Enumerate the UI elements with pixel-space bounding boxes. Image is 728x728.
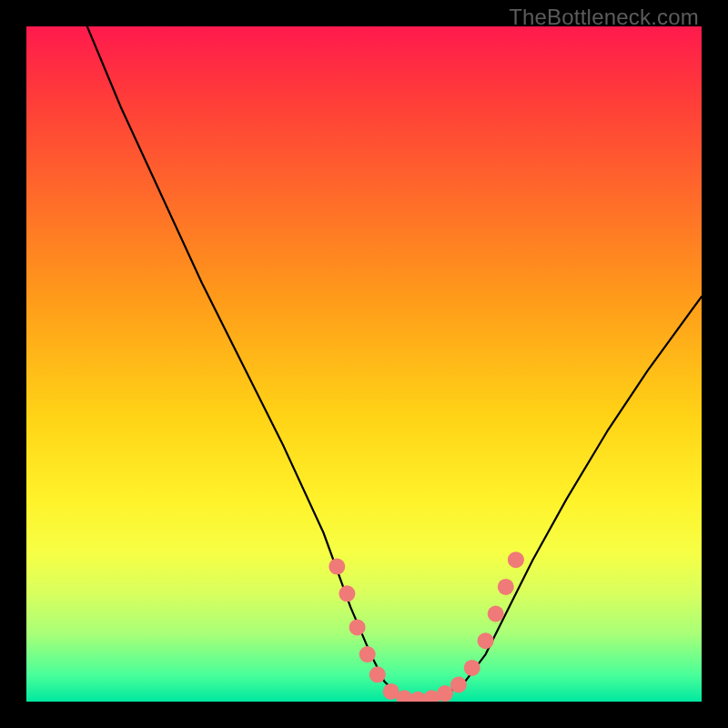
- highlight-dot: [498, 579, 514, 595]
- highlight-dot: [508, 551, 524, 568]
- bottleneck-curve: [26, 26, 702, 702]
- highlight-dot: [464, 660, 480, 676]
- highlight-dot: [339, 585, 355, 602]
- highlight-dot: [423, 690, 440, 702]
- highlight-dot: [329, 559, 345, 575]
- highlight-dot: [437, 685, 453, 702]
- highlight-dot: [410, 692, 426, 702]
- highlight-dot: [359, 646, 376, 662]
- plot-area: [26, 26, 702, 702]
- highlight-dot: [450, 677, 467, 693]
- watermark-text: TheBottleneck.com: [509, 5, 699, 30]
- highlight-dot: [488, 606, 504, 622]
- highlight-dot: [349, 619, 366, 635]
- chart-frame: TheBottleneck.com: [0, 0, 728, 728]
- highlight-dot: [369, 666, 386, 682]
- highlight-dot: [478, 632, 494, 649]
- highlight-dot: [397, 690, 413, 702]
- highlight-dot: [383, 683, 399, 700]
